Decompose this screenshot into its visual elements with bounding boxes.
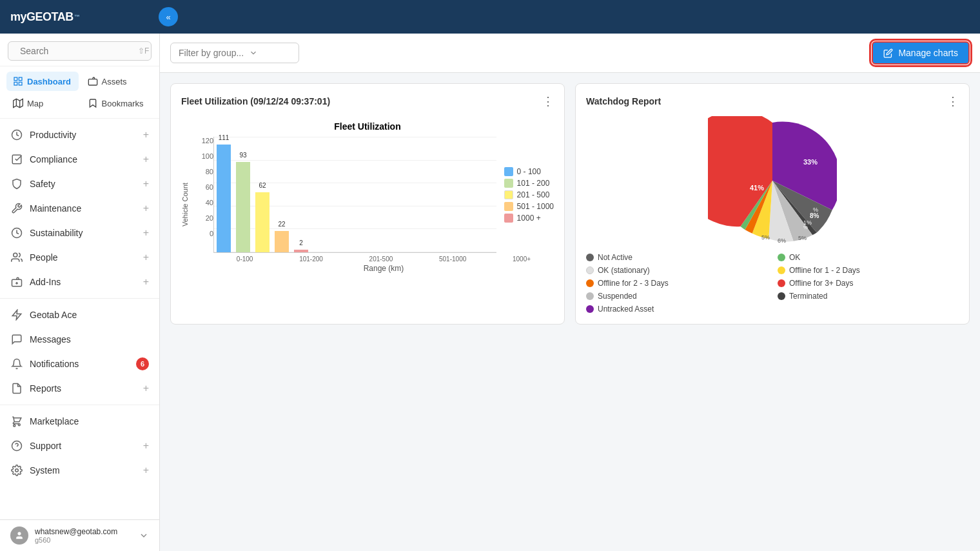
tab-assets-label: Assets [102,77,127,86]
bars-area: 111 93 [213,137,496,253]
svg-point-17 [15,469,19,472]
svg-point-12 [14,253,17,257]
tab-map[interactable]: Map [6,94,79,113]
sidebar-item-marketplace[interactable]: Marketplace [0,409,159,434]
main-layout: ⇧F Dashboard Assets Map Bookmarks [0,34,980,551]
safety-plus[interactable]: + [143,178,149,190]
bar-chart-title: Fleet Utilization [181,121,554,132]
svg-text:5%: 5% [761,234,770,241]
content-toolbar: Filter by group... Manage charts [160,34,980,73]
chevron-down-icon [249,48,258,57]
sidebar-item-notifications[interactable]: Notifications 6 [0,352,159,376]
marketplace-icon [10,415,23,428]
addins-plus[interactable]: + [143,276,149,288]
pie-label-untracked: 41% [750,184,764,192]
addins-icon [10,276,23,288]
logo-tm: ™ [74,14,80,20]
sidebar-item-compliance[interactable]: Compliance + [0,147,159,172]
sidebar-menu: Productivity + Compliance + Safety + [0,119,159,519]
watchdog-report-card: Watchdog Report ⋮ [575,83,970,325]
watchdog-report-header: Watchdog Report ⋮ [586,94,959,108]
sidebar-divider-2 [0,405,159,405]
sidebar-item-system[interactable]: System + [0,458,159,483]
legend-ok-stationary: OK (stationary) [586,266,767,275]
svg-rect-4 [14,82,17,85]
x-axis-title: Range (km) [195,264,554,273]
compliance-plus[interactable]: + [143,154,149,165]
tab-assets[interactable]: Assets [81,72,153,91]
pie-label-not-active: 8% [810,212,819,219]
svg-rect-2 [14,77,17,81]
bar-1000-plus: 2 [294,250,308,252]
sidebar-item-addins[interactable]: Add-Ins + [0,270,159,294]
edit-icon [883,48,893,58]
sidebar-item-support[interactable]: Support + [0,434,159,458]
filter-group-placeholder: Filter by group... [179,48,244,58]
system-plus[interactable]: + [143,465,149,476]
legend-color-501-1000 [504,202,513,211]
user-avatar [10,526,28,545]
support-plus[interactable]: + [143,440,149,452]
watchdog-report-title: Watchdog Report [586,96,661,106]
sidebar-item-support-label: Support [30,441,137,451]
svg-text:6%: 6% [778,237,786,244]
sidebar-item-geotab-ace[interactable]: Geotab Ace [0,303,159,327]
legend-color-201-500 [504,190,513,199]
search-box[interactable]: ⇧F [8,41,152,61]
logo: myGEOTAB™ [10,10,79,24]
sidebar-item-notifications-label: Notifications [30,359,130,369]
sidebar-item-people[interactable]: People + [0,245,159,270]
legend-terminated: Terminated [778,292,959,301]
tab-bookmarks[interactable]: Bookmarks [81,94,153,113]
tab-dashboard[interactable]: Dashboard [6,72,79,91]
fleet-utilization-chart: Fleet Utilization Vehicle Count 120 100 … [181,116,554,278]
manage-charts-button[interactable]: Manage charts [872,41,970,65]
sidebar-item-compliance-label: Compliance [30,154,137,165]
top-bar: myGEOTAB™ « [0,0,980,34]
safety-icon [10,177,23,190]
watchdog-report-menu-button[interactable]: ⋮ [947,94,959,108]
legend-color-0-100 [504,167,513,176]
sustainability-plus[interactable]: + [143,227,149,239]
sidebar-item-sustainability[interactable]: Sustainability + [0,221,159,245]
sidebar-item-reports-label: Reports [30,383,137,394]
maintenance-plus[interactable]: + [143,203,149,214]
productivity-plus[interactable]: + [143,129,149,141]
sidebar-divider-1 [0,298,159,299]
sidebar-item-productivity-label: Productivity [30,130,137,140]
filter-group-select[interactable]: Filter by group... [170,43,299,63]
productivity-icon [10,128,23,141]
tab-bookmarks-label: Bookmarks [102,99,144,108]
sidebar-item-productivity[interactable]: Productivity + [0,123,159,147]
bar-501-1000: 22 [275,231,289,252]
user-email: whatsnew@geotab.com [35,527,132,536]
bar-legend: 0 - 100 101 - 200 201 - 500 [504,137,554,253]
pie-legend: Not Active OK OK (stationary) Offli [586,253,959,314]
user-id: g560 [35,536,132,544]
sidebar-item-safety[interactable]: Safety + [0,172,159,196]
people-icon [10,251,23,264]
legend-not-active: Not Active [586,253,767,262]
legend-offline-1-2: Offline for 1 - 2 Days [778,266,959,275]
collapse-sidebar-button[interactable]: « [159,7,178,26]
svg-rect-3 [19,77,22,81]
sidebar-item-system-label: System [30,465,137,476]
tab-dashboard-label: Dashboard [27,77,71,86]
fleet-utilization-menu-button[interactable]: ⋮ [542,94,554,108]
bar-rect-101-200: 93 [236,162,250,252]
notifications-badge: 6 [136,357,149,370]
tab-map-label: Map [27,99,43,108]
dashboard-icon [13,76,23,86]
svg-rect-5 [19,82,22,85]
y-axis: 120 100 80 60 40 20 0 [195,137,213,253]
search-input[interactable] [20,46,133,56]
reports-plus[interactable]: + [143,383,149,394]
fleet-utilization-card: Fleet Utilization (09/12/24 09:37:01) ⋮ … [170,83,565,325]
sidebar-item-reports[interactable]: Reports + [0,376,159,401]
sidebar-user-footer[interactable]: whatsnew@geotab.com g560 [0,519,159,551]
sidebar-item-maintenance[interactable]: Maintenance + [0,196,159,221]
people-plus[interactable]: + [143,252,149,263]
sidebar-item-messages[interactable]: Messages [0,327,159,352]
bar-101-200: 93 [236,162,250,252]
logo-my: my [10,10,26,24]
